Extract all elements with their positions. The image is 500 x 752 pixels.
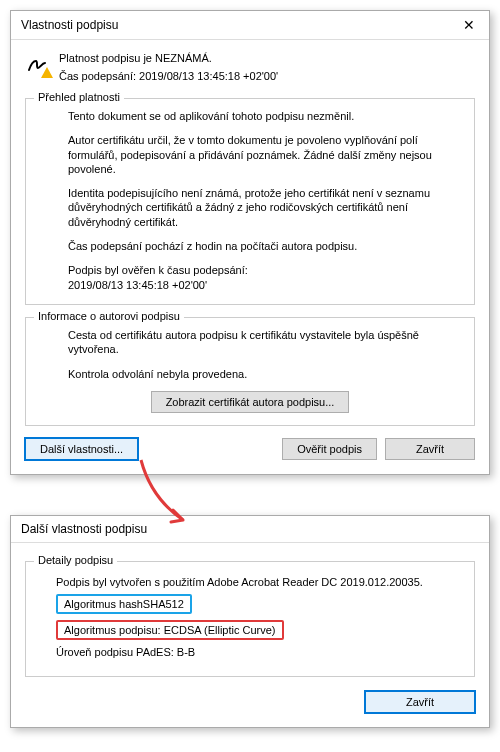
created-with-text: Podpis byl vytvořen s použitím Adobe Acr…	[56, 576, 462, 588]
hash-algorithm-text: Algoritmus hashSHA512	[56, 594, 192, 614]
validity-overview-group: Přehled platnosti Tento dokument se od a…	[25, 98, 475, 305]
signature-properties-dialog: Vlastnosti podpisu ✕ Platnost podpisu je…	[10, 10, 490, 475]
verify-time-label: Podpis byl ověřen k času podepsání:	[68, 264, 248, 276]
validity-p3: Identita podepisujícího není známá, prot…	[68, 186, 462, 229]
dialog1-titlebar: Vlastnosti podpisu ✕	[11, 11, 489, 40]
validity-p5: Podpis byl ověřen k času podepsání: 2019…	[68, 263, 462, 292]
verify-time-value: 2019/08/13 13:45:18 +02'00'	[68, 279, 207, 291]
verify-signature-button[interactable]: Ověřit podpis	[282, 438, 377, 460]
close-button-2[interactable]: Zavřít	[365, 691, 475, 713]
validity-p2: Autor certifikátu určil, že v tomto doku…	[68, 133, 462, 176]
signature-details-title: Detaily podpisu	[34, 554, 117, 566]
signer-p1: Cesta od certifikátu autora podpisu k ce…	[68, 328, 462, 357]
dialog2-titlebar: Další vlastnosti podpisu	[11, 516, 489, 543]
dialog2-title: Další vlastnosti podpisu	[21, 522, 147, 536]
signing-time-text: Čas podepsání: 2019/08/13 13:45:18 +02'0…	[59, 70, 278, 82]
validity-p4: Čas podepsání pochází z hodin na počítač…	[68, 239, 462, 253]
signature-algorithm-text: Algoritmus podpisu: ECDSA (Elliptic Curv…	[56, 620, 284, 640]
signature-summary: Platnost podpisu je NEZNÁMÁ. Čas podepsá…	[25, 50, 475, 88]
close-button[interactable]: Zavřít	[385, 438, 475, 460]
pades-level-text: Úroveň podpisu PAdES: B-B	[56, 646, 462, 658]
signer-info-group: Informace o autorovi podpisu Cesta od ce…	[25, 317, 475, 426]
signer-info-title: Informace o autorovi podpisu	[34, 310, 184, 322]
validity-p1: Tento dokument se od aplikování tohoto p…	[68, 109, 462, 123]
more-properties-button[interactable]: Další vlastnosti...	[25, 438, 138, 460]
validity-status-text: Platnost podpisu je NEZNÁMÁ.	[59, 52, 278, 64]
more-signature-properties-dialog: Další vlastnosti podpisu Detaily podpisu…	[10, 515, 490, 728]
dialog1-title: Vlastnosti podpisu	[21, 18, 118, 32]
close-icon[interactable]: ✕	[457, 17, 481, 33]
show-certificate-button[interactable]: Zobrazit certifikát autora podpisu...	[151, 391, 350, 413]
warning-icon	[41, 67, 53, 78]
signature-icon	[25, 52, 49, 76]
signer-p2: Kontrola odvolání nebyla provedena.	[68, 367, 462, 381]
validity-overview-title: Přehled platnosti	[34, 91, 124, 103]
signature-details-group: Detaily podpisu Podpis byl vytvořen s po…	[25, 561, 475, 677]
